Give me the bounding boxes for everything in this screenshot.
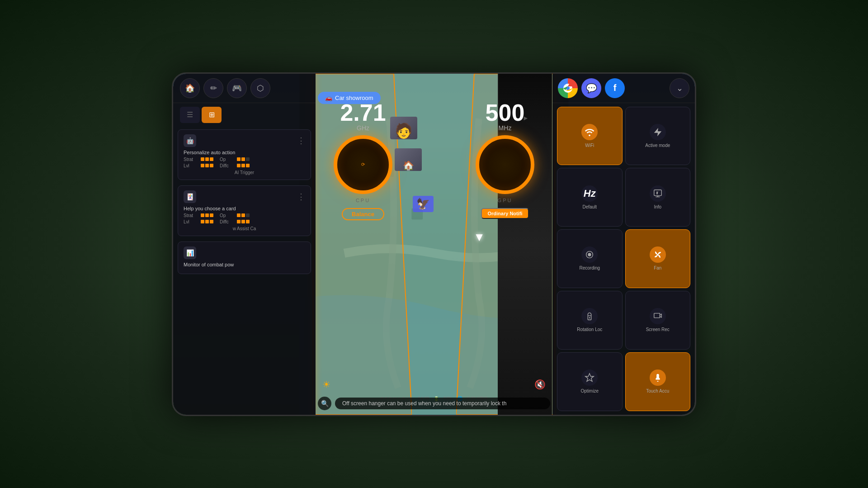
- default-tool-button[interactable]: Hz Default: [557, 168, 623, 227]
- volume-icon[interactable]: 🔇: [534, 379, 546, 390]
- stat-strat-2: Strat Op: [184, 213, 305, 218]
- map-avatar-2: 🏠: [395, 148, 422, 171]
- combat-title: Monitor of combat pow: [184, 262, 305, 267]
- bar: [237, 157, 241, 161]
- info-icon: [650, 185, 666, 202]
- bar: [201, 157, 204, 161]
- combat-icon: 📊: [184, 246, 196, 259]
- card-assist-footer: w Assist Ca: [184, 226, 305, 231]
- left-sidebar: 🏠 ✏ 🎮 ⬡ ☰ ⊞: [173, 74, 316, 415]
- gpu-ring: [476, 135, 534, 194]
- bar: [241, 164, 245, 167]
- strat-label-2: Strat: [184, 213, 197, 218]
- bar: [210, 164, 213, 167]
- bottom-notification-bar: 🔍 Off screen hanger can be used when you…: [318, 397, 550, 410]
- strat-bars-1: [201, 157, 213, 161]
- rotation-loc-tool-button[interactable]: Rotation Loc: [557, 291, 623, 350]
- fan-label: Fan: [654, 265, 661, 270]
- screen-rec-label: Screen Rec: [646, 327, 670, 332]
- bar: [246, 164, 250, 167]
- gpu-notif-button[interactable]: Ordinary Notifi: [481, 208, 528, 219]
- cpu-ring: ⟳: [334, 135, 392, 194]
- wifi-icon: [581, 124, 598, 140]
- touch-accu-tool-button[interactable]: Touch Accu: [625, 352, 691, 411]
- ai-icon: 🤖: [184, 134, 196, 147]
- rotation-loc-label: Rotation Loc: [577, 327, 602, 332]
- search-icon[interactable]: 🔍: [318, 397, 331, 410]
- card-menu-1[interactable]: ⋮: [297, 136, 305, 146]
- fan-icon: [650, 246, 666, 263]
- bar: [237, 213, 241, 217]
- balance-button[interactable]: Balance: [342, 208, 384, 220]
- home-nav-button[interactable]: 🏠: [180, 78, 200, 98]
- cube-nav-button[interactable]: ⬡: [250, 78, 270, 98]
- recording-tool-button[interactable]: Recording: [557, 229, 623, 288]
- optimize-tool-button[interactable]: Optimize: [557, 352, 623, 411]
- gamepad-nav-button[interactable]: 🎮: [227, 78, 247, 98]
- wifi-tool-button[interactable]: WiFi: [557, 107, 623, 166]
- ai-trigger-title: Personalize auto action: [184, 150, 305, 155]
- apps-expand-button[interactable]: ⌄: [670, 78, 689, 98]
- card-header-1: 🤖 ⋮: [184, 134, 305, 147]
- bar: [241, 213, 245, 217]
- gpu-display: 500 MHz GPU Ordinary Notifi: [460, 101, 550, 219]
- brightness-icon[interactable]: ☀: [322, 379, 330, 390]
- gamepad-icon: 🎮: [232, 83, 242, 93]
- bar: [241, 220, 245, 223]
- bar: [210, 213, 213, 217]
- svg-rect-10: [654, 190, 662, 195]
- op-bars-1: [237, 157, 250, 161]
- svg-point-15: [589, 317, 590, 319]
- wifi-label: WiFi: [585, 143, 594, 148]
- svg-point-12: [588, 253, 591, 256]
- cpu-tag: CPU: [318, 198, 408, 203]
- stat-strat-1: Strat Op: [184, 157, 305, 162]
- bar: [237, 164, 241, 167]
- chrome-app-button[interactable]: [558, 78, 578, 98]
- stat-lvl-2: Lvl Diffc: [184, 219, 305, 224]
- card-header-3: 📊: [184, 246, 305, 259]
- discord-app-button[interactable]: 💬: [581, 78, 601, 98]
- lvl-bars-1: [201, 164, 213, 167]
- fan-tool-button[interactable]: Fan: [625, 229, 691, 288]
- facebook-app-button[interactable]: f: [605, 78, 625, 98]
- phone-device: ◀ 🚗 Car showroom 2.71 GHz ⟳ CPU Balance …: [172, 72, 696, 416]
- card-assist-title: Help you choose a card: [184, 206, 305, 211]
- svg-rect-16: [654, 313, 660, 318]
- card-header-2: 🃏 ⋮: [184, 190, 305, 203]
- bar: [201, 220, 204, 223]
- recording-icon: [581, 246, 598, 263]
- facebook-icon-img: f: [613, 83, 617, 93]
- status-bar: 🚗 Car showroom: [318, 92, 550, 104]
- app-bar: 💬 f ⌄: [552, 74, 695, 103]
- combat-monitor-card: 📊 Monitor of combat pow: [178, 242, 311, 274]
- notification-text: Off screen hanger can be used when you n…: [335, 398, 550, 409]
- bar: [241, 157, 245, 161]
- optimize-label: Optimize: [581, 389, 599, 393]
- bar: [210, 157, 213, 161]
- bar-empty: [246, 213, 250, 217]
- edit-icon: ✏: [210, 83, 217, 93]
- svg-point-13: [657, 254, 659, 256]
- tool-grid: WiFi Active mode Hz Default: [552, 103, 695, 415]
- right-sidebar: 💬 f ⌄: [552, 74, 695, 415]
- screen-rec-tool-button[interactable]: Screen Rec: [625, 291, 691, 350]
- active-mode-tool-button[interactable]: Active mode: [625, 107, 691, 166]
- op-label-1: Op: [220, 157, 233, 162]
- chevron-down-icon: ⌄: [676, 83, 683, 93]
- lvl-label-1: Lvl: [184, 163, 197, 168]
- edit-nav-button[interactable]: ✏: [203, 78, 223, 98]
- grid-view-button[interactable]: ⊞: [202, 107, 222, 123]
- lvl-label-2: Lvl: [184, 219, 197, 224]
- grid-icon: ⊞: [209, 110, 215, 119]
- lvl-bars-2: [201, 220, 213, 223]
- info-tool-button[interactable]: Info: [625, 168, 691, 227]
- op-bars-2: [237, 213, 250, 217]
- screen-rec-icon: [650, 308, 666, 324]
- op-label-2: Op: [220, 213, 233, 218]
- ai-trigger-card: 🤖 ⋮ Personalize auto action Strat Op: [178, 129, 311, 180]
- card-menu-2[interactable]: ⋮: [297, 192, 305, 202]
- list-view-button[interactable]: ☰: [180, 107, 200, 123]
- car-showroom-button[interactable]: 🚗 Car showroom: [318, 92, 381, 104]
- diff-bars-1: [237, 164, 250, 167]
